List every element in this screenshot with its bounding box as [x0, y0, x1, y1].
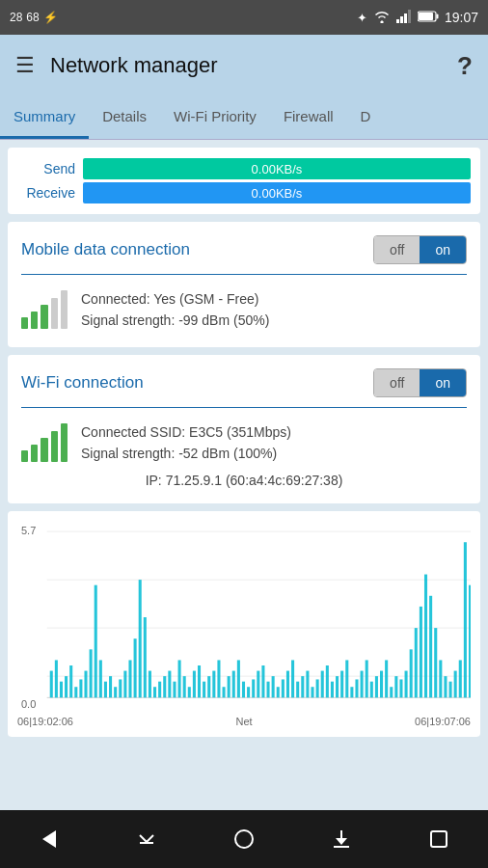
svg-rect-24	[109, 676, 112, 697]
tab-firewall[interactable]: Firewall	[270, 96, 347, 139]
svg-rect-89	[429, 595, 432, 697]
app-bar: ☰ Network manager ?	[0, 35, 488, 96]
page-title: Network manager	[50, 53, 457, 78]
svg-rect-57	[272, 676, 275, 697]
svg-rect-91	[439, 660, 442, 697]
svg-rect-62	[296, 681, 299, 697]
wifi-card: Wi-Fi connection off on Connected SSID: …	[8, 355, 480, 503]
svg-rect-93	[449, 681, 452, 697]
receive-bar: 0.00KB/s	[83, 182, 471, 203]
tab-bar: Summary Details Wi-Fi Priority Firewall …	[0, 96, 488, 140]
svg-rect-50	[237, 660, 240, 697]
svg-rect-84	[405, 670, 408, 697]
svg-rect-77	[370, 681, 373, 697]
svg-rect-69	[331, 681, 334, 697]
svg-rect-44	[207, 676, 210, 697]
wifi-info: Connected SSID: E3C5 (351Mbps) Signal st…	[81, 421, 291, 465]
wifi-signal-icon	[21, 423, 68, 462]
svg-rect-25	[114, 687, 117, 697]
wifi-bar-5	[61, 423, 68, 462]
svg-rect-74	[355, 679, 358, 697]
svg-rect-94	[454, 670, 457, 697]
svg-rect-21	[95, 584, 97, 697]
help-icon[interactable]: ?	[457, 51, 473, 81]
svg-rect-67	[321, 670, 324, 697]
wifi-line1: Connected SSID: E3C5 (351Mbps)	[81, 421, 291, 443]
chart-y-max: 5.7	[21, 525, 36, 536]
svg-rect-85	[410, 649, 413, 697]
status-bar-right: ✦ 19:07	[357, 10, 478, 26]
hamburger-icon[interactable]: ☰	[15, 53, 35, 78]
svg-rect-61	[291, 660, 294, 697]
wifi-on-btn[interactable]: on	[420, 369, 466, 396]
wifi-bar-3	[41, 438, 47, 462]
time-display: 19:07	[445, 10, 478, 25]
svg-rect-19	[84, 670, 87, 697]
svg-rect-76	[366, 660, 368, 697]
send-row: Send 0.00KB/s	[17, 158, 471, 179]
tab-more[interactable]: D	[347, 96, 385, 139]
svg-rect-18	[79, 679, 82, 697]
svg-rect-75	[361, 670, 364, 697]
wifi-toggle[interactable]: off on	[373, 368, 467, 397]
svg-rect-38	[178, 660, 181, 697]
bottom-nav	[0, 810, 488, 868]
signal-bar-3	[41, 305, 47, 329]
bluetooth-icon: ✦	[357, 11, 367, 25]
mobile-data-on-btn[interactable]: on	[420, 236, 466, 263]
svg-rect-3	[408, 10, 411, 23]
mobile-data-toggle[interactable]: off on	[373, 235, 467, 264]
svg-rect-70	[336, 676, 339, 697]
svg-rect-32	[149, 670, 151, 697]
svg-rect-92	[444, 676, 447, 697]
svg-rect-46	[217, 660, 220, 697]
recents-button[interactable]	[418, 818, 460, 860]
wifi-bar-1	[21, 450, 28, 462]
usb-icon: ⚡	[43, 11, 58, 24]
svg-rect-23	[104, 681, 107, 697]
chart-x-start: 06|19:02:06	[17, 716, 73, 727]
svg-marker-98	[42, 830, 56, 848]
svg-rect-15	[65, 676, 68, 697]
wifi-off-btn[interactable]: off	[374, 369, 420, 396]
svg-rect-66	[316, 679, 319, 697]
svg-rect-51	[242, 681, 245, 697]
receive-value: 0.00KB/s	[252, 186, 303, 201]
svg-rect-60	[286, 670, 289, 697]
tab-wifi-priority[interactable]: Wi-Fi Priority	[160, 96, 270, 139]
mobile-data-body: Connected: Yes (GSM - Free) Signal stren…	[21, 288, 467, 332]
svg-rect-5	[436, 14, 438, 18]
home-button[interactable]	[223, 818, 265, 860]
svg-rect-14	[60, 681, 63, 697]
svg-rect-96	[464, 542, 467, 697]
svg-rect-58	[277, 687, 280, 697]
tab-details[interactable]: Details	[89, 96, 160, 139]
download-button[interactable]	[320, 818, 363, 860]
minimize-button[interactable]	[125, 818, 168, 860]
mobile-data-off-btn[interactable]: off	[374, 236, 420, 263]
svg-marker-104	[336, 838, 347, 845]
wifi-body: Connected SSID: E3C5 (351Mbps) Signal st…	[21, 421, 467, 465]
svg-rect-16	[69, 665, 72, 697]
svg-rect-29	[134, 638, 137, 697]
svg-rect-39	[183, 676, 186, 697]
wifi-icon	[373, 10, 391, 26]
svg-rect-53	[252, 679, 255, 697]
battery-icon	[418, 11, 439, 25]
chart-card: 5.7 0.0	[8, 511, 480, 737]
wifi-title: Wi-Fi connection	[21, 373, 144, 393]
svg-rect-36	[168, 670, 171, 697]
svg-rect-52	[247, 687, 250, 697]
svg-rect-47	[223, 687, 226, 697]
mobile-data-line2: Signal strength: -99 dBm (50%)	[81, 310, 269, 331]
tab-summary[interactable]: Summary	[0, 96, 89, 139]
svg-rect-64	[306, 670, 309, 697]
chart-x-end: 06|19:07:06	[415, 716, 471, 727]
status-icon-68: 68	[26, 11, 39, 24]
wifi-ip: IP: 71.25.9.1 (60:a4:4c:69:27:38)	[21, 473, 467, 488]
svg-rect-20	[90, 649, 93, 697]
back-button[interactable]	[28, 818, 70, 860]
send-bar: 0.00KB/s	[83, 158, 471, 179]
chart-container: 5.7 0.0	[17, 521, 471, 714]
traffic-card: Send 0.00KB/s Receive 0.00KB/s	[8, 148, 480, 214]
